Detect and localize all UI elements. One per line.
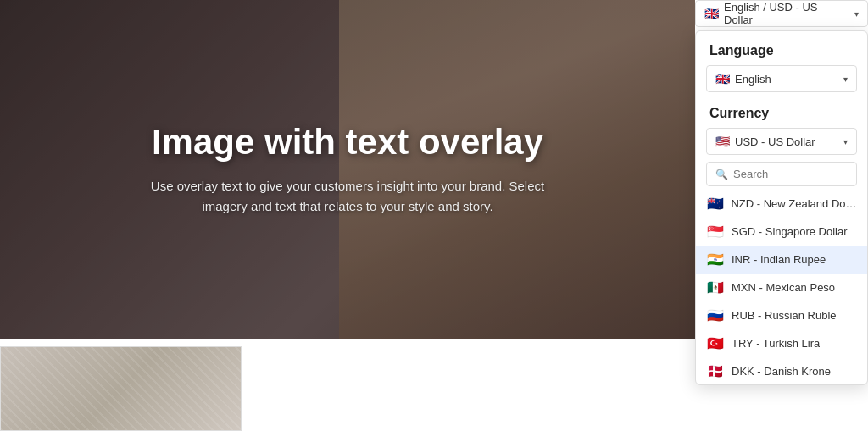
- currency-item[interactable]: 🇳🇿 NZD - New Zealand Dollar: [696, 190, 867, 218]
- currency-label: TRY - Turkish Lira: [732, 337, 820, 350]
- currency-label: INR - Indian Rupee: [732, 253, 826, 266]
- currency-label: NZD - New Zealand Dollar: [731, 197, 857, 210]
- language-section-label: Language: [696, 31, 867, 65]
- language-select-box[interactable]: 🇬🇧 English ▾: [706, 65, 857, 92]
- search-icon: 🔍: [715, 169, 728, 180]
- topbar-chevron: ▾: [854, 9, 859, 19]
- language-select-left: 🇬🇧 English: [715, 72, 771, 86]
- currency-select[interactable]: 🇺🇸 USD - US Dollar ▾: [706, 128, 857, 155]
- currency-select-flag: 🇺🇸: [715, 135, 730, 148]
- currency-select-chevron: ▾: [843, 137, 848, 146]
- hero-title: Image with text overlay: [152, 122, 543, 163]
- currency-item[interactable]: 🇲🇽 MXN - Mexican Peso: [696, 274, 867, 301]
- currency-item[interactable]: 🇷🇺 RUB - Russian Ruble: [696, 301, 867, 329]
- currency-label: MXN - Mexican Peso: [732, 281, 835, 294]
- currency-search-input[interactable]: [733, 168, 848, 180]
- currency-flag: 🇳🇿: [706, 196, 724, 212]
- currency-list: 🇳🇿 NZD - New Zealand Dollar🇸🇬 SGD - Sing…: [696, 190, 867, 384]
- currency-select-value: USD - US Dollar: [735, 135, 815, 148]
- currency-item[interactable]: 🇮🇳 INR - Indian Rupee: [696, 246, 867, 274]
- language-currency-topbar[interactable]: 🇬🇧 English / USD - US Dollar ▾: [695, 0, 868, 27]
- currency-select-left: 🇺🇸 USD - US Dollar: [715, 135, 815, 148]
- hero-section: Image with text overlay Use overlay text…: [0, 0, 695, 339]
- currency-flag: 🇹🇷: [706, 335, 725, 351]
- hero-overlay: Image with text overlay Use overlay text…: [0, 0, 695, 339]
- hero-subtitle: Use overlay text to give your customers …: [136, 176, 559, 217]
- currency-item[interactable]: 🇩🇰 DKK - Danish Krone: [696, 357, 867, 384]
- language-flag: 🇬🇧: [704, 7, 719, 20]
- currency-item[interactable]: 🇸🇬 SGD - Singapore Dollar: [696, 218, 867, 246]
- currency-flag: 🇩🇰: [706, 363, 725, 379]
- language-select-chevron: ▾: [843, 75, 848, 84]
- topbar-label: English / USD - US Dollar: [724, 1, 848, 26]
- currency-flag: 🇷🇺: [706, 307, 725, 323]
- currency-label: SGD - Singapore Dollar: [732, 225, 848, 238]
- currency-item[interactable]: 🇹🇷 TRY - Turkish Lira: [696, 329, 867, 357]
- currency-label: DKK - Danish Krone: [732, 365, 831, 378]
- settings-dropdown: Language 🇬🇧 English ▾ Currency 🇺🇸 USD - …: [695, 30, 868, 385]
- currency-flag: 🇮🇳: [706, 251, 725, 268]
- language-select-flag: 🇬🇧: [715, 72, 730, 86]
- currency-label: RUB - Russian Ruble: [732, 309, 837, 322]
- currency-select-box[interactable]: 🇺🇸 USD - US Dollar ▾: [706, 128, 857, 155]
- currency-search-box[interactable]: 🔍: [706, 162, 857, 186]
- currency-flag: 🇲🇽: [706, 279, 725, 296]
- language-select-value: English: [735, 73, 771, 86]
- currency-flag: 🇸🇬: [706, 224, 725, 240]
- currency-section-label: Currency: [696, 102, 867, 128]
- bottom-decorative-image: [0, 346, 242, 431]
- language-select[interactable]: 🇬🇧 English ▾: [706, 65, 857, 92]
